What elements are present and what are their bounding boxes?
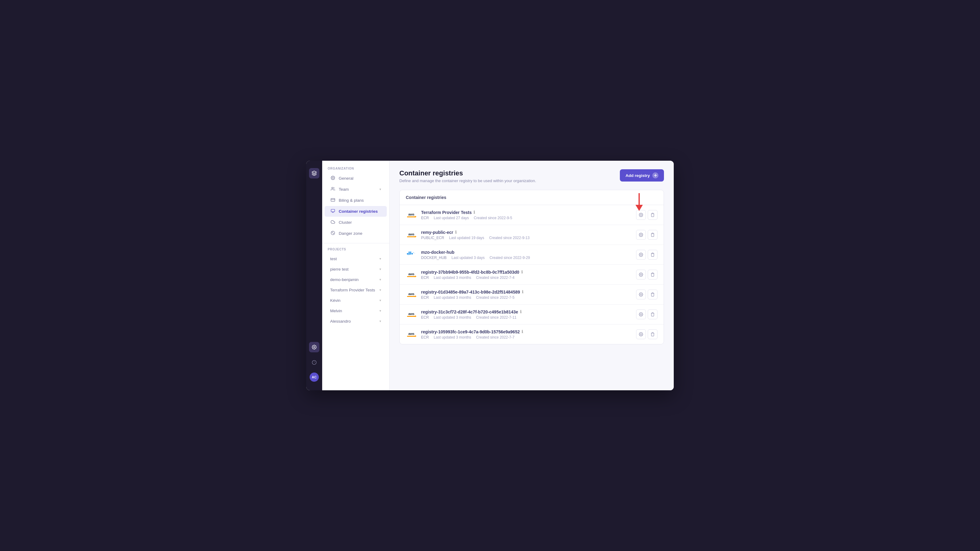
registry-logo-aws-6: aws <box>406 309 417 320</box>
sidebar-item-team[interactable]: Team ▾ <box>325 184 387 195</box>
terraform-chevron-icon: ▾ <box>379 288 381 292</box>
settings-icon[interactable] <box>309 342 320 353</box>
sidebar-item-billing[interactable]: Biling & plans <box>325 195 387 206</box>
sidebar-item-alessandro-label: Alessandro <box>330 319 376 324</box>
sidebar-item-melvin[interactable]: Melvin ▾ <box>325 306 387 316</box>
svg-marker-0 <box>312 171 317 173</box>
registry-delete-button-4[interactable] <box>648 270 657 279</box>
registry-name-1: Terraform Provider Tests ℹ <box>421 210 632 215</box>
registry-settings-button-1[interactable] <box>636 210 646 220</box>
svg-point-26 <box>640 294 641 295</box>
registry-type-2: PUBLIC_ECR <box>421 236 444 240</box>
registry-created-3: Created since 2022-9-29 <box>489 256 530 260</box>
sidebar-item-kevin[interactable]: Kévin ▾ <box>325 295 387 305</box>
sidebar-item-container-registries-label: Container registries <box>339 209 381 214</box>
registry-settings-button-2[interactable] <box>636 230 646 240</box>
registry-info-icon-4[interactable]: ℹ <box>521 270 523 274</box>
sidebar-item-alessandro[interactable]: Alessandro ▾ <box>325 316 387 326</box>
registry-name-5: registry-01d3485e-89a7-413c-b98e-2d2f514… <box>421 290 632 294</box>
kevin-chevron-icon: ▾ <box>379 299 381 302</box>
registry-info-5: registry-01d3485e-89a7-413c-b98e-2d2f514… <box>421 290 632 300</box>
page-header: Container registries Define and manage t… <box>399 169 664 183</box>
registry-actions-4 <box>636 270 657 279</box>
registry-updated-2: Last updated 19 days <box>449 236 484 240</box>
add-registry-label: Add registry <box>625 173 650 178</box>
registry-actions-6 <box>636 310 657 319</box>
registry-name-3: mzo-docker-hub <box>421 250 632 255</box>
sidebar-item-container-registries[interactable]: Container registries <box>325 206 387 217</box>
avatar[interactable]: AC <box>310 373 319 382</box>
main-content: Container registries Define and manage t… <box>390 161 674 390</box>
icon-bar: AC <box>306 161 322 390</box>
registry-meta-1: ECR Last updated 27 days Created since 2… <box>421 216 632 220</box>
registry-info-icon-2[interactable]: ℹ <box>455 230 457 235</box>
team-chevron-icon: ▾ <box>379 187 381 191</box>
registry-row: aws Terraform Provider Tests ℹ ECR Last … <box>400 205 663 225</box>
registry-meta-2: PUBLIC_ECR Last updated 19 days Created … <box>421 236 632 240</box>
registry-meta-3: DOCKER_HUB Last updated 3 days Created s… <box>421 256 632 260</box>
cluster-icon <box>330 220 336 225</box>
add-registry-button[interactable]: Add registry ＋ <box>620 169 664 181</box>
org-section-label: ORGANIZATION <box>322 167 389 173</box>
sidebar-item-test[interactable]: test ▾ <box>325 254 387 264</box>
registry-created-1: Created since 2022-9-5 <box>474 216 512 220</box>
svg-point-17 <box>640 234 641 235</box>
sidebar-item-pierre-test[interactable]: pierre test ▾ <box>325 264 387 274</box>
demo-benjamin-chevron-icon: ▾ <box>379 278 381 282</box>
registry-info-icon-5[interactable]: ℹ <box>522 290 523 294</box>
registry-settings-button-3[interactable] <box>636 250 646 260</box>
svg-point-1 <box>313 346 315 348</box>
registry-delete-button-6[interactable] <box>648 310 657 319</box>
sidebar-item-demo-benjamin-label: demo-benjamin <box>330 277 376 282</box>
registry-info-1: Terraform Provider Tests ℹ ECR Last upda… <box>421 210 632 220</box>
registry-row: mzo-docker-hub DOCKER_HUB Last updated 3… <box>400 245 663 265</box>
registry-delete-button-1[interactable] <box>648 210 657 220</box>
registry-delete-button-2[interactable] <box>648 230 657 240</box>
layers-icon[interactable] <box>309 168 320 178</box>
registry-delete-button-7[interactable] <box>648 329 657 339</box>
registry-info-icon-1[interactable]: ℹ <box>474 210 475 214</box>
registry-created-2: Created since 2022-9-13 <box>489 236 530 240</box>
registries-card: Container registries aws Terraform Provi… <box>399 190 664 345</box>
registry-logo-aws-5: aws <box>406 289 417 300</box>
sidebar-item-demo-benjamin[interactable]: demo-benjamin ▾ <box>325 275 387 285</box>
registry-logo-aws-2: aws <box>406 229 417 240</box>
registry-actions-5 <box>636 290 657 299</box>
registry-delete-button-5[interactable] <box>648 290 657 299</box>
sidebar-item-general-label: General <box>339 176 381 181</box>
team-icon <box>330 187 336 192</box>
info-icon[interactable] <box>309 357 320 368</box>
svg-point-6 <box>332 187 333 189</box>
sidebar-item-test-label: test <box>330 257 376 261</box>
registry-info-4: registry-37bb94b9-955b-4fd2-bc8b-0c7ff1a… <box>421 270 632 280</box>
registry-name-6: registry-31c3cf72-d28f-4c7f-b720-c495e1b… <box>421 310 632 314</box>
registry-settings-button-4[interactable] <box>636 270 646 279</box>
sidebar-item-general[interactable]: General <box>325 173 387 184</box>
registry-delete-button-3[interactable] <box>648 250 657 260</box>
sidebar-item-danger-zone[interactable]: Danger zone <box>325 228 387 239</box>
registry-meta-5: ECR Last updated 3 months Created since … <box>421 295 632 300</box>
svg-point-16 <box>640 214 641 216</box>
registry-type-1: ECR <box>421 216 429 220</box>
sidebar: ORGANIZATION General Team ▾ <box>322 161 390 390</box>
page-description: Define and manage the container registry… <box>399 178 536 183</box>
sidebar-item-melvin-label: Melvin <box>330 308 376 313</box>
sidebar-item-terraform-provider-tests[interactable]: Terraform Provider Tests ▾ <box>325 285 387 295</box>
registry-logo-docker <box>406 249 417 260</box>
registry-settings-button-7[interactable] <box>636 329 646 339</box>
page-header-left: Container registries Define and manage t… <box>399 169 536 183</box>
registry-row: aws registry-01d3485e-89a7-413c-b98e-2d2… <box>400 285 663 305</box>
registry-actions-7 <box>636 329 657 339</box>
plus-circle-icon: ＋ <box>652 172 659 178</box>
svg-point-5 <box>332 177 334 178</box>
registry-info-icon-7[interactable]: ℹ <box>522 329 523 334</box>
registry-settings-button-6[interactable] <box>636 310 646 319</box>
sidebar-item-kevin-label: Kévin <box>330 298 376 303</box>
registry-updated-1: Last updated 27 days <box>434 216 469 220</box>
registry-logo-aws-1: aws <box>406 210 417 221</box>
svg-rect-9 <box>331 210 335 212</box>
registry-info-icon-6[interactable]: ℹ <box>520 310 522 314</box>
sidebar-item-cluster[interactable]: Cluster <box>325 217 387 228</box>
registry-settings-button-5[interactable] <box>636 290 646 299</box>
svg-point-28 <box>640 333 641 335</box>
